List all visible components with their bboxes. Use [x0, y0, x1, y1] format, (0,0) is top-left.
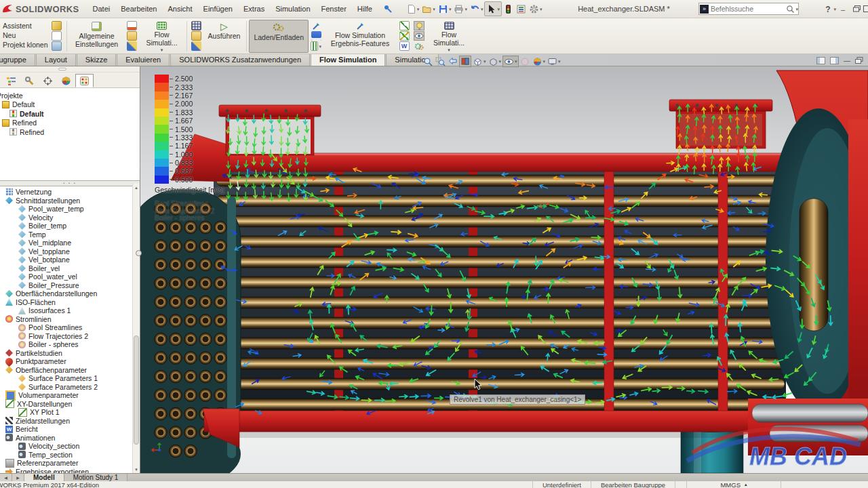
previous-view-button[interactable] [447, 56, 458, 67]
project-item-default[interactable]: Default [0, 109, 140, 119]
pane-left-icon[interactable] [816, 57, 825, 64]
tree-item-pool-water-vel[interactable]: Pool_water_vel [0, 272, 140, 281]
rotating-region-icon[interactable] [191, 31, 202, 41]
tree-item-schnittdarstellungen[interactable]: Schnittdarstellungen [0, 197, 140, 205]
flow-simulation-tab[interactable] [75, 74, 94, 87]
new-small-icon[interactable] [52, 31, 62, 41]
new-document-button[interactable]: ▾ [405, 2, 421, 16]
flow-simulation-display-button[interactable]: Flow Simulati... ▾ [427, 20, 471, 53]
tree-item-volumenparameter[interactable]: Volumenparameter [0, 391, 140, 400]
tree-item-surface-parameters-1[interactable]: Surface Parameters 1 [0, 374, 140, 383]
tab-baugruppe[interactable]: Baugruppe [0, 54, 35, 66]
tree-item-bericht[interactable]: Bericht [0, 425, 140, 434]
zoom-area-button[interactable] [435, 56, 446, 67]
clone-small-icon[interactable] [52, 41, 62, 51]
command-search-input[interactable] [709, 5, 786, 13]
apply-scene-button[interactable]: ▾ [532, 56, 547, 67]
menu-einfügen[interactable]: Einfügen [198, 0, 238, 18]
select-tool-button[interactable]: ▾ [484, 1, 502, 16]
tree-item-boiler-spheres[interactable]: Boiler - spheres [0, 340, 140, 349]
tree-item-oberflächendarstellungen[interactable]: Oberflächendarstellungen [0, 289, 140, 298]
print-button[interactable]: ▾ [452, 2, 469, 16]
new-project-button[interactable]: Neu [3, 31, 48, 40]
tree-item-iso-flächen[interactable]: ISO-Flächen [0, 298, 140, 307]
close-button[interactable] [863, 5, 868, 14]
tree-item-stromlinien[interactable]: Stromlinien [0, 315, 140, 324]
tree-item-boiler-vel[interactable]: Boiler_vel [0, 264, 140, 273]
display-style-button[interactable]: ▾ [488, 56, 502, 67]
tree-item-vel-midplane[interactable]: Vel_midplane [0, 239, 140, 247]
wand2-icon[interactable] [191, 41, 202, 51]
status-units[interactable]: MMGS▴ [686, 481, 781, 488]
edit-appearance-button[interactable] [519, 56, 531, 67]
view-settings-button[interactable]: ▾ [547, 56, 561, 67]
zoom-fit-button[interactable] [422, 56, 434, 67]
results-features-button[interactable]: Flow Simulation Ergebnis-Features [323, 20, 397, 53]
featuremanager-tab[interactable] [2, 74, 20, 87]
projects-root[interactable]: Projekte [0, 91, 140, 100]
tab-layout[interactable]: Layout [36, 54, 76, 66]
visibility-eye-icon[interactable] [414, 31, 425, 41]
interference-check-button[interactable] [502, 2, 515, 16]
restore-button[interactable] [850, 5, 863, 14]
section-view-button[interactable] [459, 56, 471, 67]
tree-item-zieldarstellungen[interactable]: Zieldarstellungen [0, 417, 140, 426]
model-tab-modell[interactable]: Modell [24, 474, 64, 481]
mesh-gears-icon[interactable] [414, 41, 425, 51]
tab-scroll-left-icon[interactable]: ◀ [0, 474, 12, 481]
chart-icon[interactable]: ▾ [311, 41, 321, 51]
tree-item-xy-plot-1[interactable]: XY Plot 1 [0, 408, 140, 417]
tree-item-boiler-pressure[interactable]: Boiler_Pressure [0, 281, 140, 290]
xy-plot-icon[interactable] [399, 21, 410, 30]
tree-item-xy-darstellungen[interactable]: XY-Darstellungen [0, 400, 140, 409]
tree-item-oberflächenparameter[interactable]: Oberflächenparameter [0, 366, 140, 375]
tree-item-ergebnisse-exportieren[interactable]: Ergebnisse exportieren [0, 468, 140, 474]
project-item-refined[interactable]: Refined [0, 127, 140, 137]
tree-item-vel-topplane[interactable]: Vel_topplane [0, 247, 140, 256]
tree-item-pool-water-temp[interactable]: Pool_water_temp [0, 205, 140, 214]
run-button[interactable]: ▷ Ausführen [204, 20, 245, 53]
minimize-button[interactable]: – [836, 5, 850, 14]
load-unload-button[interactable]: Laden/Entladen [249, 20, 309, 53]
lightbulb-icon[interactable] [414, 21, 425, 30]
wizard-button[interactable]: Assistent [3, 22, 48, 30]
panel-resize-handle[interactable] [136, 250, 142, 256]
tab-skizze[interactable]: Skizze [77, 54, 116, 66]
undo-button[interactable]: ▾ [469, 2, 485, 16]
tab-evaluieren[interactable]: Evaluieren [117, 54, 170, 66]
rebuild-button[interactable] [515, 2, 528, 16]
propertymanager-tab[interactable] [20, 74, 39, 87]
panel-collapse-handle[interactable] [58, 68, 66, 70]
menu-fenster[interactable]: Fenster [316, 0, 352, 18]
tree-item-animationen[interactable]: Animationen [0, 434, 140, 443]
tree-item-partikelstudien[interactable]: Partikelstudien [0, 349, 140, 358]
report-word-icon[interactable]: W [399, 41, 410, 51]
save-button[interactable]: ▾ [437, 2, 453, 16]
command-search[interactable]: » ▾ [698, 3, 799, 15]
flow-simulation-project-button[interactable]: Flow Simulati... ▾ [140, 20, 184, 53]
tree-scrollbar[interactable]: ▲ ▼ [132, 184, 140, 473]
view-orientation-button[interactable]: ▾ [472, 56, 487, 67]
viewport-restore-icon[interactable] [855, 57, 863, 64]
project-item-refined[interactable]: Refined [0, 119, 140, 128]
tree-item-punktparameter[interactable]: Punktparameter [0, 357, 140, 366]
tree-item-surface-parameters-2[interactable]: Surface Parameters 2 [0, 383, 140, 392]
pin-icon[interactable] [383, 4, 393, 14]
graphics-viewport[interactable]: MB CAD 2.5002.3332.1672.0001.8331.6671.5… [140, 66, 868, 473]
domain-icon[interactable] [191, 21, 202, 30]
model-tab-motion-study-1[interactable]: Motion Study 1 [64, 474, 128, 481]
probe-icon[interactable] [311, 21, 321, 30]
tab-flow-simulation[interactable]: Flow Simulation [311, 54, 385, 66]
wizard-small-icon[interactable] [52, 21, 62, 30]
menu-bearbeiten[interactable]: Bearbeiten [115, 0, 162, 18]
menu-hilfe[interactable]: Hilfe [352, 0, 378, 18]
tab-solidworks-zusatzanwendungen[interactable]: SOLIDWORKS Zusatzanwendungen [170, 54, 310, 66]
displaymanager-tab[interactable] [57, 74, 75, 87]
configurationmanager-tab[interactable] [39, 74, 57, 87]
open-button[interactable]: ▾ [420, 2, 437, 16]
tree-item-vernetzung[interactable]: Vernetzung [0, 188, 140, 197]
tree-item-velocity[interactable]: Velocity [0, 214, 140, 222]
pane-right-icon[interactable] [830, 57, 839, 64]
trajectories-icon[interactable] [399, 31, 410, 41]
menu-ansicht[interactable]: Ansicht [162, 0, 197, 18]
